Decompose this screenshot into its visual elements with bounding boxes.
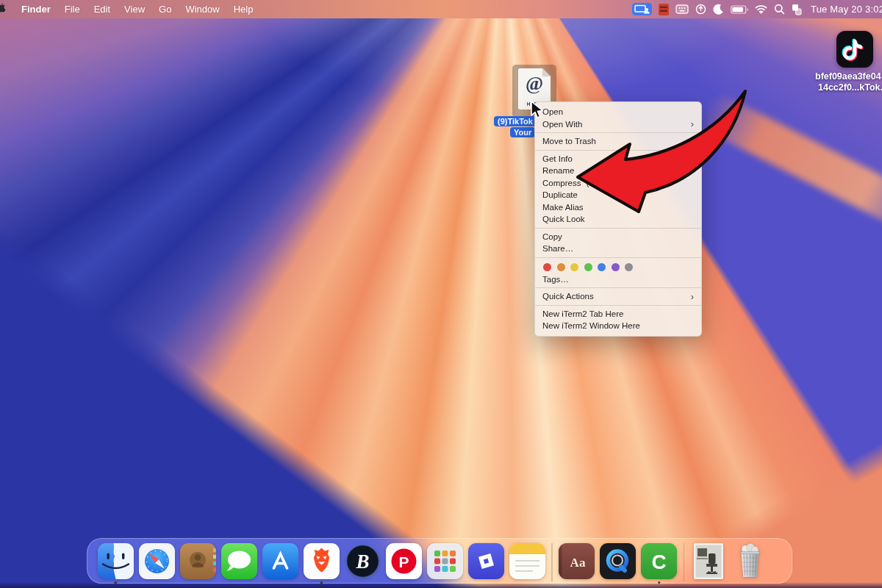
menubar-item-go[interactable]: Go xyxy=(159,4,171,15)
menu-separator xyxy=(535,257,701,258)
submenu-chevron-icon: › xyxy=(691,119,694,129)
file-name-line2: Your xyxy=(510,127,535,137)
menu-bar: Finder File Edit View Go Window Help xyxy=(0,0,882,18)
submenu-chevron-icon: › xyxy=(691,292,694,301)
dock-contacts-icon[interactable] xyxy=(180,543,216,579)
menu-item-new-iterm-window[interactable]: New iTerm2 Window Here xyxy=(535,320,701,332)
menubar-item-finder[interactable]: Finder xyxy=(21,4,51,15)
svg-text:Aa: Aa xyxy=(570,556,586,570)
apple-logo-icon[interactable] xyxy=(0,4,7,15)
tiktok-file-name-line1: bfef09aea3fe04 xyxy=(815,71,881,82)
red-ledger-icon[interactable] xyxy=(659,4,669,15)
focus-moon-icon[interactable] xyxy=(713,4,724,15)
menubar-item-file[interactable]: File xyxy=(65,4,80,15)
menu-item-open-with[interactable]: Open With› xyxy=(535,118,701,131)
dock-finder-icon[interactable] xyxy=(98,543,134,579)
dock-screenshot-preview[interactable] xyxy=(691,543,727,579)
menubar-item-view[interactable]: View xyxy=(124,4,145,15)
tiktok-app-icon xyxy=(836,31,873,68)
menu-separator xyxy=(535,287,701,288)
svg-text:P: P xyxy=(398,553,409,570)
sync-circle-icon[interactable] xyxy=(695,4,706,15)
svg-text:C: C xyxy=(651,551,666,573)
dock-quicktime-icon[interactable] xyxy=(600,543,636,579)
dock-trash-icon[interactable] xyxy=(732,543,768,579)
menu-item-open[interactable]: Open xyxy=(535,106,701,118)
tiktok-file-name-line2: 14cc2f0...kTok.ic xyxy=(818,82,882,93)
tag-color-green[interactable] xyxy=(584,263,592,271)
dock-dictionary-icon[interactable]: Aa xyxy=(559,543,595,579)
screen-mirroring-icon[interactable] xyxy=(632,3,652,15)
running-indicator xyxy=(320,581,323,584)
tag-color-row xyxy=(535,260,701,273)
dock-brave-icon[interactable] xyxy=(304,543,340,579)
at-glyph: @ xyxy=(518,73,551,95)
screenshot-app-icon[interactable] xyxy=(792,4,802,15)
menubar-item-edit[interactable]: Edit xyxy=(94,4,110,15)
wifi-icon[interactable] xyxy=(755,4,767,14)
spotlight-search-icon[interactable] xyxy=(774,4,785,15)
menu-item-make-alias[interactable]: Make Alias xyxy=(535,201,701,214)
dock-notes-icon[interactable] xyxy=(509,543,545,579)
tag-color-purple[interactable] xyxy=(612,263,620,271)
dock-safari-icon[interactable] xyxy=(139,543,175,579)
menu-item-tags[interactable]: Tags… xyxy=(535,273,701,286)
menu-separator xyxy=(535,132,701,133)
open-with-label: Open With xyxy=(542,120,582,129)
menu-item-compress[interactable]: Compress "(9)TikTok…" xyxy=(535,177,701,190)
file-name-line1: (9)TikTok xyxy=(494,116,537,126)
tag-color-orange[interactable] xyxy=(557,263,565,271)
running-indicator xyxy=(114,581,117,584)
dock-pinterest-icon[interactable]: P xyxy=(386,543,422,579)
dock-messages-icon[interactable] xyxy=(221,543,257,579)
menu-separator xyxy=(535,228,701,229)
tag-color-red[interactable] xyxy=(543,263,551,271)
menu-item-quick-look[interactable]: Quick Look xyxy=(535,213,701,226)
svg-text:B: B xyxy=(355,551,369,573)
dock: B P Aa C xyxy=(87,538,792,584)
menu-item-share[interactable]: Share… xyxy=(535,243,701,255)
quick-actions-label: Quick Actions xyxy=(542,292,594,301)
context-menu: Open Open With› Move to Trash Get Info R… xyxy=(534,101,702,337)
menu-separator xyxy=(535,305,701,306)
menu-item-new-iterm-tab[interactable]: New iTerm2 Tab Here xyxy=(535,308,701,320)
desktop-wallpaper xyxy=(0,0,882,588)
menu-separator xyxy=(535,150,701,151)
dock-b-browser-icon[interactable]: B xyxy=(345,543,381,579)
dock-roblox-icon[interactable] xyxy=(468,543,504,579)
battery-icon[interactable] xyxy=(731,5,748,14)
tag-color-blue[interactable] xyxy=(598,263,606,271)
menubar-clock[interactable]: Tue May 20 3:02 PM xyxy=(811,4,882,15)
dock-app-store-icon[interactable] xyxy=(262,543,298,579)
menu-item-move-to-trash[interactable]: Move to Trash xyxy=(535,135,701,148)
menu-item-rename[interactable]: Rename xyxy=(535,165,701,177)
menubar-item-help[interactable]: Help xyxy=(234,4,254,15)
dock-separator xyxy=(551,543,553,581)
menu-item-duplicate[interactable]: Duplicate xyxy=(535,189,701,201)
dock-camtasia-icon[interactable]: C xyxy=(641,543,677,579)
menu-item-copy[interactable]: Copy xyxy=(535,231,701,243)
dock-launchpad-icon[interactable] xyxy=(427,543,463,579)
tag-color-yellow[interactable] xyxy=(570,263,578,271)
running-indicator xyxy=(658,581,661,584)
menubar-item-window[interactable]: Window xyxy=(185,4,219,15)
tag-color-gray[interactable] xyxy=(625,263,633,271)
menu-item-quick-actions[interactable]: Quick Actions› xyxy=(535,290,701,303)
dock-separator xyxy=(684,543,685,581)
keyboard-icon[interactable] xyxy=(675,4,689,14)
menu-item-get-info[interactable]: Get Info xyxy=(535,153,701,165)
